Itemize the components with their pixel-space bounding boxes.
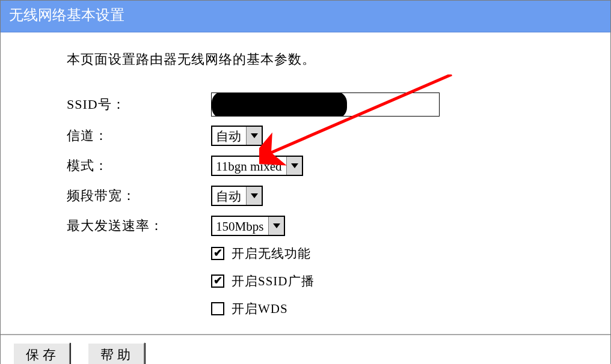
channel-select[interactable]: 自动 [211, 126, 263, 146]
row-bandwidth: 频段带宽： 自动 [67, 185, 604, 207]
help-button[interactable]: 帮助 [87, 342, 145, 364]
save-button[interactable]: 保存 [13, 342, 70, 364]
checkbox-enable-wds[interactable] [211, 302, 224, 315]
checkbox-enable-wireless-label: 开启无线功能 [232, 245, 311, 262]
checkbox-enable-wireless[interactable] [211, 247, 224, 260]
title-bar: 无线网络基本设置 [1, 1, 610, 32]
maxrate-select-value: 150Mbps [212, 217, 268, 235]
ssid-redaction [212, 93, 347, 117]
label-channel: 信道： [67, 127, 211, 145]
content-area: 本页面设置路由器无线网络的基本参数。 SSID号： 信道： 自动 模式： [1, 32, 610, 334]
bandwidth-select-value: 自动 [212, 187, 246, 205]
mode-select-value: 11bgn mixed [212, 157, 286, 175]
checkbox-enable-ssid-broadcast[interactable] [211, 275, 224, 288]
row-enable-ssid-broadcast: 开启SSID广播 [211, 273, 604, 290]
channel-select-value: 自动 [212, 127, 246, 145]
mode-select[interactable]: 11bgn mixed [211, 156, 303, 176]
label-bandwidth: 频段带宽： [67, 187, 211, 205]
row-maxrate: 最大发送速率： 150Mbps [67, 215, 604, 237]
dropdown-icon [286, 157, 302, 175]
row-enable-wds: 开启WDS [211, 300, 604, 317]
label-maxrate: 最大发送速率： [67, 217, 211, 235]
row-channel: 信道： 自动 [67, 125, 604, 147]
bandwidth-select[interactable]: 自动 [211, 186, 263, 206]
dropdown-icon [246, 187, 262, 205]
window-title: 无线网络基本设置 [9, 7, 124, 23]
row-mode: 模式： 11bgn mixed [67, 155, 604, 177]
settings-window: 无线网络基本设置 本页面设置路由器无线网络的基本参数。 SSID号： 信道： 自… [0, 0, 611, 364]
intro-text: 本页面设置路由器无线网络的基本参数。 [67, 50, 604, 68]
footer-bar: 保存 帮助 [1, 334, 610, 364]
ssid-input[interactable] [211, 93, 440, 117]
row-enable-wireless: 开启无线功能 [211, 245, 604, 262]
checkbox-enable-ssid-broadcast-label: 开启SSID广播 [232, 273, 315, 290]
row-ssid: SSID号： [67, 93, 604, 117]
checkbox-enable-wds-label: 开启WDS [232, 300, 288, 317]
label-ssid: SSID号： [67, 96, 211, 114]
maxrate-select[interactable]: 150Mbps [211, 216, 285, 236]
dropdown-icon [268, 217, 284, 235]
dropdown-icon [246, 127, 262, 145]
label-mode: 模式： [67, 157, 211, 175]
